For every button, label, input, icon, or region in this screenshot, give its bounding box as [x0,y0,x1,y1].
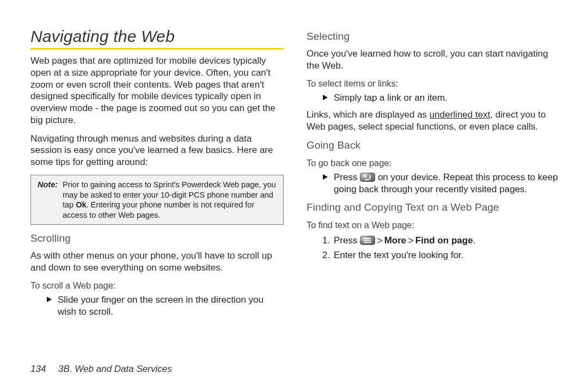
selecting-task-label: To select items or links: [307,78,560,89]
finding-step-1: Press >More>Find on page. [333,234,560,248]
intro-paragraph-2: Navigating through menus and websites du… [30,133,284,168]
goingback-bullet-list: Press on your device. Repeat this proces… [307,171,560,195]
selecting-heading: Selecting [307,30,560,42]
note-ok-bold: Ok [76,200,86,209]
finding-step1-more: More [384,235,407,246]
note-box: Note: Prior to gaining access to Sprint'… [30,175,284,225]
scrolling-bullet-list: Slide your finger on the screen in the d… [30,294,284,318]
goingback-heading: Going Back [307,139,560,151]
finding-step-list: Press >More>Find on page. Enter the text… [307,234,560,262]
finding-heading: Finding and Copying Text on a Web Page [307,201,560,213]
finding-task-label: To find text on a Web page: [307,220,560,230]
page-title: Navigating the Web [30,27,284,50]
right-column: Selecting Once you've learned how to scr… [307,27,560,323]
finding-step1-a: Press [334,235,360,246]
selecting-paragraph-1: Once you've learned how to scroll, you c… [307,48,560,72]
goingback-task-label: To go back one page: [307,158,560,168]
selecting-bullet-list: Simply tap a link or an item. [307,92,560,104]
selecting-bullet: Simply tap a link or an item. [323,92,560,104]
menu-key-icon [360,236,375,245]
note-label: Note: [38,180,58,189]
footer-section-label: 3B. Web and Data Services [58,364,172,374]
finding-step-2: Enter the text you're looking for. [333,248,560,262]
scrolling-paragraph: As with other menus on your phone, you'l… [30,250,284,274]
chevron-right-icon: > [375,234,384,248]
note-text: Prior to gaining access to Sprint's Powe… [38,180,277,220]
scrolling-heading: Scrolling [30,232,284,244]
selecting-paragraph-2: Links, which are displayed as underlined… [307,109,560,133]
chevron-right-icon: > [406,234,415,248]
goingback-bullet-a: Press [334,172,360,182]
goingback-bullet: Press on your device. Repeat this proces… [323,171,560,195]
back-key-icon [360,173,375,182]
left-column: Navigating the Web Web pages that are op… [30,27,284,323]
scrolling-task-label: To scroll a Web page: [30,280,284,291]
page-footer: 134 3B. Web and Data Services [30,364,172,375]
two-column-layout: Navigating the Web Web pages that are op… [30,27,560,323]
finding-step1-find: Find on page [415,235,473,246]
manual-page: Navigating the Web Web pages that are op… [0,0,588,392]
selecting-p2-a: Links, which are displayed as [307,109,430,120]
note-text-tail: . Entering your phone number is not requ… [63,200,254,219]
finding-step1-period: . [473,235,476,246]
intro-paragraph-1: Web pages that are optimized for mobile … [30,55,284,126]
scrolling-bullet: Slide your finger on the screen in the d… [47,294,284,318]
page-number: 134 [30,364,56,374]
underlined-text-example: underlined text [430,109,491,120]
